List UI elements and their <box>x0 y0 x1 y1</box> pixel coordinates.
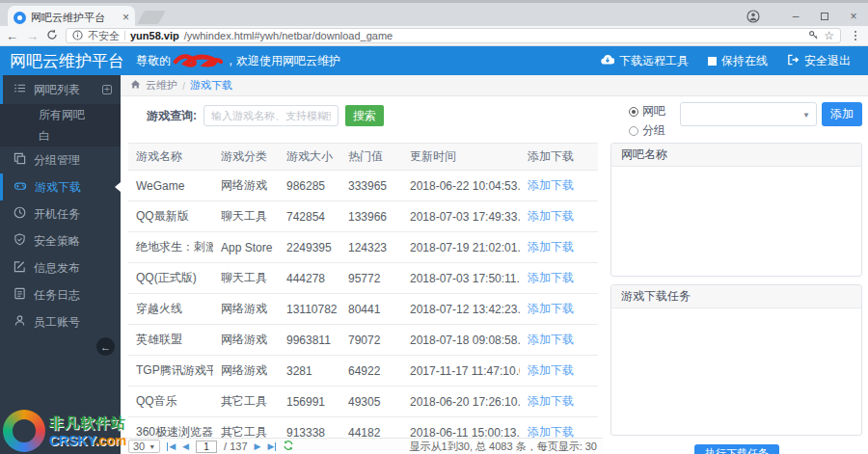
game-hot-cell: 44182 <box>340 417 402 439</box>
game-updated-cell: 2018-07-03 17:49:33.0 <box>402 201 520 232</box>
first-page-button[interactable]: ◀ <box>167 442 176 451</box>
execute-download-button[interactable]: 执行下载任务 <box>694 444 779 454</box>
reload-icon[interactable] <box>46 27 58 44</box>
cloud-download-icon <box>601 54 614 68</box>
game-search-input[interactable] <box>203 105 339 126</box>
breadcrumb-home[interactable]: 云维护 <box>146 78 177 93</box>
refresh-icon[interactable] <box>283 440 294 453</box>
sidebar-item-task-log[interactable]: 任务日志 <box>0 281 121 308</box>
new-tab-button[interactable] <box>137 11 165 24</box>
sidebar-item-security-policy[interactable]: 安全策略 <box>0 227 121 254</box>
sidebar-collapse-button[interactable]: ← <box>96 337 115 356</box>
task-box-body <box>611 308 861 435</box>
edit-icon <box>14 260 26 276</box>
netbar-select-dropdown[interactable]: ▼ <box>680 102 817 126</box>
toggle-expand-icon[interactable]: + <box>102 85 112 94</box>
add-download-link[interactable]: 添加下载 <box>528 333 574 346</box>
key-icon[interactable] <box>808 30 819 42</box>
add-download-link[interactable]: 添加下载 <box>528 425 574 438</box>
game-size-cell: 444278 <box>279 263 340 294</box>
safe-exit-button[interactable]: 安全退出 <box>787 53 851 69</box>
browser-profile-icon[interactable] <box>746 10 760 23</box>
game-name-cell: 绝地求生：刺激战场 <box>128 232 213 263</box>
add-button[interactable]: 添加 <box>822 102 862 126</box>
window-close-button[interactable]: × <box>839 10 868 23</box>
page-size-value: 30 <box>133 441 145 452</box>
sidebar-item-game-download[interactable]: 游戏下载 <box>0 174 121 200</box>
radio-netbar[interactable]: 网吧 <box>629 103 665 120</box>
sidebar-subitem-netbar[interactable]: 白 <box>0 125 121 147</box>
game-size-cell: 742854 <box>279 201 340 232</box>
bookmark-star-icon[interactable]: ☆ <box>824 29 834 42</box>
add-download-link[interactable]: 添加下载 <box>528 302 574 315</box>
game-updated-cell: 2018-06-20 17:26:10.0 <box>402 387 520 417</box>
add-download-link[interactable]: 添加下载 <box>528 363 574 377</box>
game-table-body: WeGame网络游戏9862853339652018-06-22 10:04:5… <box>128 171 598 439</box>
app-navbar: 网吧云维护平台 尊敬的 ，欢迎使用网吧云维护 下载远程工具 保持在线 安全退出 <box>0 46 868 75</box>
back-icon[interactable]: ← <box>6 30 18 42</box>
game-size-cell: 156991 <box>279 387 340 417</box>
sidebar-item-boot-task[interactable]: 开机任务 <box>0 200 121 227</box>
info-icon[interactable] <box>72 30 83 42</box>
game-category-cell: 网络游戏 <box>213 325 279 356</box>
gamepad-icon <box>14 179 27 195</box>
game-size-cell: 3281 <box>279 356 340 387</box>
window-minimize-button[interactable]: – <box>781 10 810 23</box>
table-row: 绝地求生：刺激战场App Store22493951243232018-07-1… <box>128 232 598 263</box>
keep-online-icon <box>708 57 717 66</box>
sidebar: 网吧列表 + 所有网吧 白 分组管理 游戏下载 开机任务 安全策略 <box>0 75 121 454</box>
game-name-cell: QQ最新版 <box>128 201 213 232</box>
next-page-button[interactable]: ▶ <box>255 442 261 451</box>
security-label: 不安全 <box>88 29 120 43</box>
keep-online-label: 保持在线 <box>721 53 768 69</box>
download-tool-label: 下载远程工具 <box>619 53 689 69</box>
page-number-input[interactable] <box>196 441 217 453</box>
game-updated-cell: 2017-11-17 11:47:10.0 <box>402 356 520 387</box>
list-icon <box>14 82 26 97</box>
sidebar-item-info-publish[interactable]: 信息发布 <box>0 254 121 281</box>
add-download-link[interactable]: 添加下载 <box>528 394 574 408</box>
keep-online-button[interactable]: 保持在线 <box>708 53 768 69</box>
add-download-link[interactable]: 添加下载 <box>528 178 574 192</box>
page-size-select[interactable]: 30 ▼ <box>128 440 160 453</box>
folders-icon <box>14 152 26 168</box>
radio-group[interactable]: 分组 <box>629 122 665 139</box>
tab-title: 网吧云维护平台 <box>31 11 118 25</box>
add-download-link[interactable]: 添加下载 <box>528 271 574 284</box>
prev-page-button[interactable]: ◀ <box>182 442 189 451</box>
tab-close-icon[interactable]: × <box>122 11 129 24</box>
sidebar-item-group-manage[interactable]: 分组管理 <box>0 147 121 174</box>
game-name-cell: QQ(正式版) <box>128 263 213 294</box>
breadcrumb-separator: / <box>182 80 185 92</box>
game-hot-cell: 64922 <box>340 356 402 387</box>
sidebar-subitem-all-netbars[interactable]: 所有网吧 <box>0 104 121 125</box>
add-download-cell: 添加下载 <box>520 417 598 439</box>
table-header-row: 游戏名称 游戏分类 游戏大小 热门值 更新时间 添加下载 <box>128 144 598 171</box>
breadcrumb-current[interactable]: 游戏下载 <box>190 78 232 93</box>
table-row: 英雄联盟网络游戏9963811790722018-07-18 09:08:58.… <box>128 325 598 356</box>
browser-menu-icon[interactable] <box>849 31 862 40</box>
game-size-cell: 9963811 <box>279 325 340 356</box>
game-category-cell: 其它工具 <box>213 387 279 417</box>
netbar-box-title: 网吧名称 <box>611 144 861 167</box>
game-category-cell: App Store <box>213 232 279 263</box>
add-download-link[interactable]: 添加下载 <box>528 240 574 254</box>
window-maximize-button[interactable] <box>810 10 839 23</box>
breadcrumb: 云维护 / 游戏下载 <box>121 75 868 96</box>
game-hot-cell: 49305 <box>340 387 402 417</box>
address-bar[interactable]: 不安全 yun58.vip /ywhindex.html#ywh/netbar/… <box>66 28 841 43</box>
game-table-wrap: 游戏名称 游戏分类 游戏大小 热门值 更新时间 添加下载 WeGame网络游戏9… <box>128 143 598 438</box>
search-button[interactable]: 搜索 <box>345 105 384 126</box>
sidebar-item-label: 网吧列表 <box>34 82 80 98</box>
home-icon <box>130 79 141 92</box>
omnibox-separator <box>124 31 125 40</box>
sidebar-item-employee-account[interactable]: 员工账号 <box>0 308 121 335</box>
last-page-button[interactable]: ▶ <box>267 442 276 451</box>
game-category-cell: 聊天工具 <box>213 201 279 232</box>
game-hot-cell: 79072 <box>340 325 402 356</box>
download-remote-tool-button[interactable]: 下载远程工具 <box>601 53 689 69</box>
netbar-submenu: 所有网吧 白 <box>0 104 121 147</box>
add-download-link[interactable]: 添加下载 <box>528 209 574 223</box>
sidebar-item-netbar-list[interactable]: 网吧列表 + <box>0 75 121 104</box>
right-panel: 网吧 分组 ▼ 添加 网吧名称 游戏下载任务 执行下载任务 <box>608 96 866 454</box>
